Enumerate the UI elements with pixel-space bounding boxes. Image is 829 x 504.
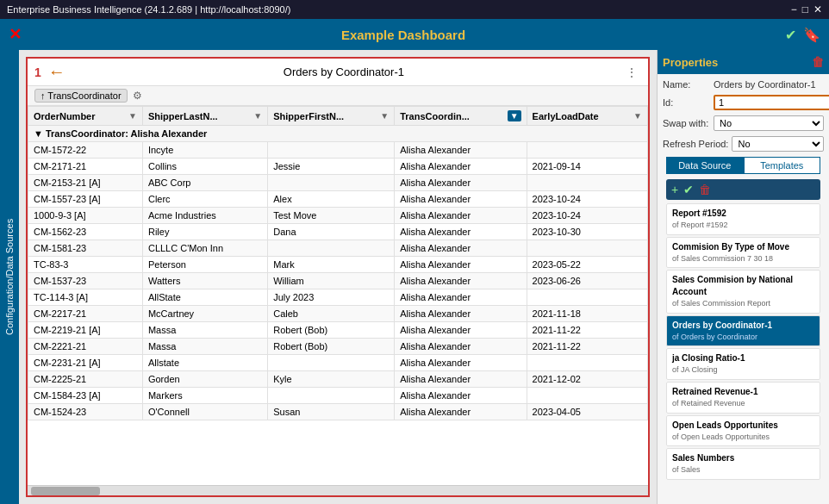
- refresh-select[interactable]: No: [732, 136, 824, 152]
- filter-trans-coord[interactable]: ▼: [508, 110, 521, 121]
- id-row: Id: ▼: [663, 95, 824, 110]
- app-title: Example Dashboard: [341, 28, 465, 42]
- refresh-row: Refresh Period: No: [663, 136, 824, 152]
- check-source-button[interactable]: ✔: [683, 183, 694, 196]
- add-source-button[interactable]: +: [671, 183, 678, 196]
- filter-order-number[interactable]: ▼: [128, 111, 137, 121]
- widget-container: 1 ← Orders by Coordinator-1 ⋮ ↑ TransCoo…: [26, 57, 650, 497]
- table-row[interactable]: CM-2171-21CollinsJessieAlisha Alexander2…: [28, 159, 648, 175]
- id-label: Id:: [663, 97, 710, 108]
- refresh-label: Refresh Period:: [663, 139, 728, 149]
- properties-trash-icon[interactable]: 🗑: [812, 55, 824, 69]
- table-header: OrderNumber ▼ ShipperLastN... ▼: [28, 107, 648, 126]
- col-order-number: OrderNumber ▼: [28, 107, 143, 126]
- filter-shipper-first[interactable]: ▼: [380, 111, 389, 121]
- table-row[interactable]: TC-114-3 [A]AllStateJuly 2023Alisha Alex…: [28, 289, 648, 306]
- table-row[interactable]: TC-83-3PetersonMarkAlisha Alexander2023-…: [28, 257, 648, 273]
- widget-header: 1 ← Orders by Coordinator-1 ⋮: [28, 59, 648, 86]
- swap-select[interactable]: No: [714, 115, 824, 131]
- properties-panel: Properties 🗑 Name: Orders by Coordinator…: [657, 50, 829, 504]
- close-button[interactable]: ✕: [9, 25, 22, 44]
- filter-shipper-last[interactable]: ▼: [253, 111, 262, 121]
- list-item[interactable]: Report #1592of Report #1592: [666, 203, 820, 235]
- header-row: OrderNumber ▼ ShipperLastN... ▼: [28, 107, 648, 126]
- table-row[interactable]: CM-1562-23RileyDanaAlisha Alexander2023-…: [28, 224, 648, 240]
- list-item[interactable]: Sales Numbersof Sales: [666, 448, 820, 480]
- app-toolbar: ✕ Example Dashboard ✔ 🔖: [0, 19, 829, 50]
- table-row[interactable]: CM-1581-23CLLLC C'Mon InnAlisha Alexande…: [28, 240, 648, 257]
- filter-early-load[interactable]: ▼: [633, 111, 642, 121]
- table-body: ▼ TransCoordinator: Alisha Alexander CM-…: [28, 126, 648, 420]
- name-row: Name: Orders by Coordinator-1: [663, 79, 824, 90]
- orders-table: OrderNumber ▼ ShipperLastN... ▼: [28, 106, 648, 420]
- group-row: ▼ TransCoordinator: Alisha Alexander: [28, 126, 648, 142]
- sort-gear-icon[interactable]: ⚙: [133, 90, 142, 102]
- source-toolbar: + ✔ 🗑: [666, 179, 820, 200]
- close-window-button[interactable]: ✕: [813, 3, 822, 16]
- datasource-list: Report #1592of Report #1592Commision By …: [666, 203, 820, 482]
- title-bar-controls: − □ ✕: [791, 3, 822, 16]
- swap-label: Swap with:: [663, 118, 710, 128]
- widget-arrow: ←: [48, 62, 65, 82]
- col-early-load-date: EarlyLoadDate ▼: [527, 107, 647, 126]
- table-row[interactable]: CM-2153-21 [A]ABC CorpAlisha Alexander: [28, 175, 648, 191]
- scroll-thumb[interactable]: [31, 487, 100, 495]
- list-item[interactable]: Commision By Type of Moveof Sales Commis…: [666, 237, 820, 269]
- horizontal-scrollbar[interactable]: [28, 485, 648, 495]
- delete-source-button[interactable]: 🗑: [699, 183, 711, 196]
- name-label: Name:: [663, 79, 710, 90]
- sort-controls: ↑ TransCoordinator ⚙: [28, 86, 648, 106]
- table-row[interactable]: CM-2221-21MassaRobert (Bob)Alisha Alexan…: [28, 339, 648, 355]
- list-item[interactable]: Retrained Revenue-1of Retained Revenue: [666, 382, 820, 414]
- list-item[interactable]: ja Closing Ratio-1of JA Closing: [666, 348, 820, 380]
- content-area: 1 ← Orders by Coordinator-1 ⋮ ↑ TransCoo…: [19, 50, 657, 504]
- tab-datasource[interactable]: Data Source: [666, 157, 744, 174]
- group-label: ▼ TransCoordinator: Alisha Alexander: [28, 126, 648, 142]
- check-icon[interactable]: ✔: [785, 27, 796, 43]
- table-row[interactable]: CM-2231-21 [A]AllstateAlisha Alexander: [28, 355, 648, 371]
- table-row[interactable]: CM-1584-23 [A]MarkersAlisha Alexander: [28, 388, 648, 404]
- widget-menu-button[interactable]: ⋮: [622, 65, 641, 79]
- toolbar-right: ✔ 🔖: [785, 27, 820, 43]
- table-row[interactable]: CM-1537-23WattersWilliamAlisha Alexander…: [28, 273, 648, 289]
- col-trans-coord: TransCoordin... ▼: [395, 107, 527, 126]
- swap-row: Swap with: No: [663, 115, 824, 131]
- widget-number: 1: [34, 65, 41, 79]
- main-layout: Configuration/Data Sources 1 ← Orders by…: [0, 50, 829, 504]
- properties-title: Properties: [663, 56, 718, 69]
- properties-header: Properties 🗑: [658, 50, 829, 74]
- minimize-button[interactable]: −: [791, 3, 797, 16]
- list-item[interactable]: Open Leads Opportunitesof Open Leads Opp…: [666, 415, 820, 447]
- maximize-button[interactable]: □: [802, 3, 808, 16]
- title-bar: Enterprise Business Intelligence (24.1.2…: [0, 0, 829, 19]
- table-row[interactable]: CM-1572-22IncyteAlisha Alexander: [28, 142, 648, 159]
- save-icon[interactable]: 🔖: [803, 27, 820, 43]
- table-row[interactable]: CM-1524-23O'ConnellSusanAlisha Alexander…: [28, 404, 648, 420]
- name-value: Orders by Coordinator-1: [714, 79, 824, 90]
- sort-badge[interactable]: ↑ TransCoordinator: [34, 89, 128, 103]
- col-shipper-last: ShipperLastN... ▼: [142, 107, 267, 126]
- sidebar-label: Configuration/Data Sources: [4, 219, 15, 335]
- table-row[interactable]: 1000-9-3 [A]Acme IndustriesTest MoveAlis…: [28, 208, 648, 224]
- list-item[interactable]: Orders by Coordinator-1of Orders by Coor…: [666, 315, 820, 347]
- table-row[interactable]: CM-2225-21GordenKyleAlisha Alexander2021…: [28, 371, 648, 388]
- properties-body: Name: Orders by Coordinator-1 Id: ▼ Swap…: [658, 74, 829, 504]
- data-table: OrderNumber ▼ ShipperLastN... ▼: [28, 106, 648, 485]
- table-row[interactable]: CM-2219-21 [A]MassaRobert (Bob)Alisha Al…: [28, 322, 648, 339]
- widget-title: Orders by Coordinator-1: [72, 65, 615, 78]
- tab-row: Data Source Templates: [666, 157, 820, 174]
- tab-templates[interactable]: Templates: [744, 157, 821, 174]
- table-row[interactable]: CM-2217-21McCartneyCalebAlisha Alexander…: [28, 306, 648, 322]
- sidebar-tab[interactable]: Configuration/Data Sources: [0, 50, 19, 504]
- id-input[interactable]: [714, 95, 829, 110]
- col-shipper-first: ShipperFirstN... ▼: [268, 107, 395, 126]
- table-row[interactable]: CM-1557-23 [A]ClercAlexAlisha Alexander2…: [28, 191, 648, 208]
- list-item[interactable]: Sales Commision by National Accountof Sa…: [666, 270, 820, 314]
- title-bar-text: Enterprise Business Intelligence (24.1.2…: [7, 4, 290, 15]
